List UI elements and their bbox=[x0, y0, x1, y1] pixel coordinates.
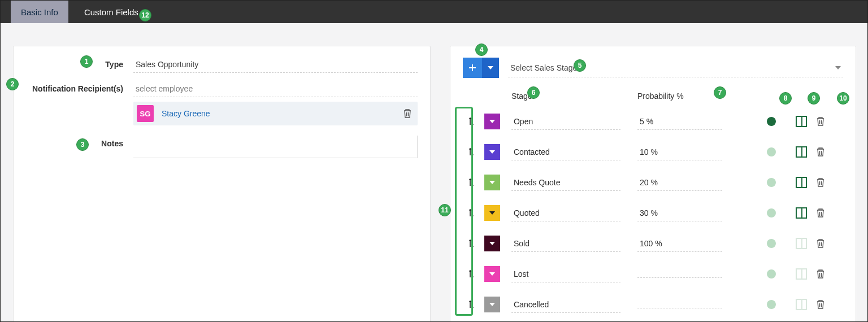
delete-stage-icon[interactable] bbox=[816, 299, 843, 310]
stage-row: Quoted30 % bbox=[463, 198, 843, 228]
stage-name-input[interactable]: Contacted bbox=[511, 144, 620, 160]
stage-color-swatch[interactable] bbox=[484, 114, 500, 129]
annotation-3: 3 bbox=[76, 138, 89, 151]
stage-row: Open5 % bbox=[463, 106, 843, 137]
annotation-7: 7 bbox=[714, 86, 726, 99]
add-stage-button[interactable] bbox=[463, 58, 482, 78]
recipient-select[interactable]: select employee bbox=[133, 81, 418, 97]
drag-handle-icon[interactable] bbox=[463, 113, 480, 130]
stage-color-swatch[interactable] bbox=[484, 175, 500, 190]
board-toggle-icon[interactable] bbox=[796, 268, 807, 280]
annotation-11: 11 bbox=[439, 204, 451, 216]
select-sales-stage[interactable]: Select Sales Stage bbox=[508, 59, 843, 77]
drag-handle-icon[interactable] bbox=[463, 296, 480, 313]
annotation-8: 8 bbox=[779, 92, 792, 105]
board-toggle-icon[interactable] bbox=[796, 299, 807, 310]
chevron-down-icon bbox=[835, 66, 841, 69]
stage-color-swatch[interactable] bbox=[484, 236, 500, 251]
status-indicator[interactable] bbox=[767, 147, 776, 156]
drag-handle-icon[interactable] bbox=[463, 266, 480, 282]
probability-input[interactable]: 10 % bbox=[637, 144, 722, 160]
stage-color-swatch[interactable] bbox=[484, 266, 500, 282]
recipient-chip: SG Stacy Greene bbox=[133, 102, 418, 125]
board-toggle-icon[interactable] bbox=[796, 207, 807, 219]
stage-row: Lost bbox=[463, 259, 843, 289]
stage-name-input[interactable]: Lost bbox=[511, 266, 620, 282]
select-sales-stage-label: Select Sales Stage bbox=[510, 63, 577, 72]
stage-color-swatch[interactable] bbox=[484, 144, 500, 160]
stage-color-swatch[interactable] bbox=[484, 205, 500, 221]
status-indicator[interactable] bbox=[767, 178, 776, 187]
drag-handle-icon[interactable] bbox=[463, 235, 480, 252]
delete-stage-icon[interactable] bbox=[816, 269, 843, 279]
probability-input[interactable]: 30 % bbox=[637, 205, 722, 221]
delete-stage-icon[interactable] bbox=[816, 238, 843, 249]
type-label: Type bbox=[26, 56, 133, 69]
tab-bar: Basic Info Custom Fields bbox=[1, 1, 867, 23]
probability-input[interactable] bbox=[637, 301, 722, 308]
drag-handle-icon[interactable] bbox=[463, 204, 480, 221]
delete-stage-icon[interactable] bbox=[816, 208, 843, 218]
stage-name-input[interactable]: Quoted bbox=[511, 205, 620, 221]
delete-stage-icon[interactable] bbox=[816, 177, 843, 188]
delete-recipient-icon[interactable] bbox=[403, 108, 412, 119]
stage-rows: Open5 %Contacted10 %Needs Quote20 %Quote… bbox=[463, 106, 843, 320]
annotation-4: 4 bbox=[475, 43, 488, 56]
probability-input[interactable]: 20 % bbox=[637, 175, 722, 191]
delete-stage-icon[interactable] bbox=[816, 116, 843, 127]
annotation-1: 1 bbox=[80, 55, 93, 68]
board-toggle-icon[interactable] bbox=[796, 146, 807, 158]
annotation-10: 10 bbox=[837, 92, 849, 105]
status-indicator[interactable] bbox=[767, 239, 776, 248]
stages-card: Select Sales Stage Stage Probability % O… bbox=[450, 46, 856, 322]
board-toggle-icon[interactable] bbox=[796, 238, 807, 249]
stage-name-input[interactable]: Needs Quote bbox=[511, 175, 620, 191]
tab-custom-fields[interactable]: Custom Fields bbox=[74, 1, 149, 23]
recipient-name[interactable]: Stacy Greene bbox=[162, 109, 210, 118]
delete-stage-icon[interactable] bbox=[816, 147, 843, 157]
stage-row: Contacted10 % bbox=[463, 137, 843, 167]
drag-handle-icon[interactable] bbox=[463, 143, 480, 160]
add-stage-dropdown[interactable] bbox=[482, 58, 499, 78]
annotation-6: 6 bbox=[527, 86, 540, 99]
annotation-2: 2 bbox=[6, 78, 19, 90]
col-probability: Probability % bbox=[637, 92, 756, 101]
tab-basic-info[interactable]: Basic Info bbox=[11, 1, 68, 23]
stage-row: Cancelled bbox=[463, 289, 843, 320]
board-toggle-icon[interactable] bbox=[796, 177, 807, 188]
annotation-12: 12 bbox=[139, 9, 151, 21]
stage-name-input[interactable]: Sold bbox=[511, 236, 620, 252]
notes-textarea[interactable] bbox=[133, 136, 418, 158]
status-indicator[interactable] bbox=[767, 269, 776, 279]
stage-row: Needs Quote20 % bbox=[463, 167, 843, 198]
status-indicator[interactable] bbox=[767, 300, 776, 309]
stage-name-input[interactable]: Open bbox=[511, 114, 620, 130]
probability-input[interactable]: 100 % bbox=[637, 236, 722, 252]
probability-input[interactable] bbox=[637, 271, 722, 278]
stage-color-swatch[interactable] bbox=[484, 297, 500, 312]
board-toggle-icon[interactable] bbox=[796, 116, 807, 127]
recipients-label: Notification Recipient(s) bbox=[26, 81, 133, 93]
probability-input[interactable]: 5 % bbox=[637, 114, 722, 130]
type-value[interactable]: Sales Opportunity bbox=[133, 56, 418, 73]
drag-handle-icon[interactable] bbox=[463, 174, 480, 191]
add-stage-button-group bbox=[463, 58, 499, 78]
avatar: SG bbox=[137, 105, 154, 122]
status-indicator[interactable] bbox=[767, 117, 776, 126]
stage-row: Sold100 % bbox=[463, 228, 843, 259]
annotation-5: 5 bbox=[574, 59, 586, 72]
stage-name-input[interactable]: Cancelled bbox=[511, 297, 620, 313]
status-indicator[interactable] bbox=[767, 208, 776, 217]
annotation-9: 9 bbox=[808, 92, 820, 105]
basic-info-card: Type Sales Opportunity Notification Reci… bbox=[13, 46, 431, 322]
